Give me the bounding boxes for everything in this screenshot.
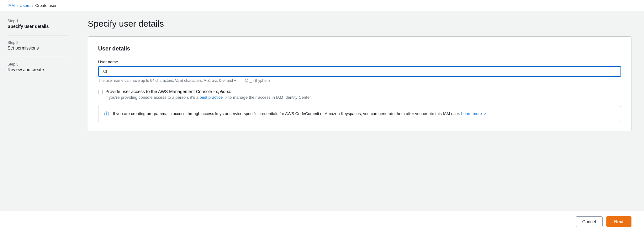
user-name-hint: The user name can have up to 64 characte… xyxy=(98,78,621,83)
step-1-label: Step 1 xyxy=(8,19,68,23)
step-3: Step 3 Review and create xyxy=(8,62,68,72)
info-icon: ⓘ xyxy=(104,111,109,118)
next-button[interactable]: Next xyxy=(606,216,631,227)
breadcrumb-iam[interactable]: IAM xyxy=(8,3,15,8)
console-access-optional: - optional xyxy=(213,89,231,94)
user-name-field: User name The user name can have up to 6… xyxy=(98,60,621,83)
step-1-title: Specify user details xyxy=(8,24,68,29)
breadcrumb-sep-2: › xyxy=(32,4,34,8)
learn-more-link[interactable]: Learn more ↗ xyxy=(461,111,487,116)
external-link-icon-2: ↗ xyxy=(484,112,487,116)
card-title: User details xyxy=(98,45,621,52)
info-text: If you are creating programmatic access … xyxy=(113,111,487,117)
breadcrumb: IAM › Users › Create user xyxy=(0,0,644,11)
step-1: Step 1 Specify user details xyxy=(8,19,68,29)
step-2-title: Set permissions xyxy=(8,45,68,50)
step-divider-2 xyxy=(8,57,68,57)
breadcrumb-users[interactable]: Users xyxy=(20,3,30,8)
step-2-label: Step 2 xyxy=(8,40,68,45)
user-name-label: User name xyxy=(98,60,621,64)
console-access-row: Provide user access to the AWS Managemen… xyxy=(98,89,621,100)
cancel-button[interactable]: Cancel xyxy=(576,216,603,227)
console-access-label[interactable]: Provide user access to the AWS Managemen… xyxy=(105,89,231,94)
breadcrumb-current: Create user xyxy=(35,3,56,8)
console-access-checkbox[interactable] xyxy=(98,90,103,94)
console-access-sublabel: If you're providing console access to a … xyxy=(105,95,312,100)
external-link-icon: ↗ xyxy=(224,96,227,99)
breadcrumb-sep-1: › xyxy=(17,4,18,8)
footer-bar: Cancel Next xyxy=(0,211,644,232)
step-3-title: Review and create xyxy=(8,67,68,72)
steps-sidebar: Step 1 Specify user details Step 2 Set p… xyxy=(0,11,75,211)
info-box: ⓘ If you are creating programmatic acces… xyxy=(98,106,621,122)
step-2: Step 2 Set permissions xyxy=(8,40,68,50)
best-practice-link[interactable]: best practice ↗ xyxy=(200,95,229,100)
user-name-input[interactable] xyxy=(98,66,621,77)
step-divider-1 xyxy=(8,35,68,35)
content-area: Specify user details User details User n… xyxy=(75,11,644,211)
step-3-label: Step 3 xyxy=(8,62,68,66)
page-title: Specify user details xyxy=(88,19,631,29)
user-details-card: User details User name The user name can… xyxy=(88,36,631,131)
